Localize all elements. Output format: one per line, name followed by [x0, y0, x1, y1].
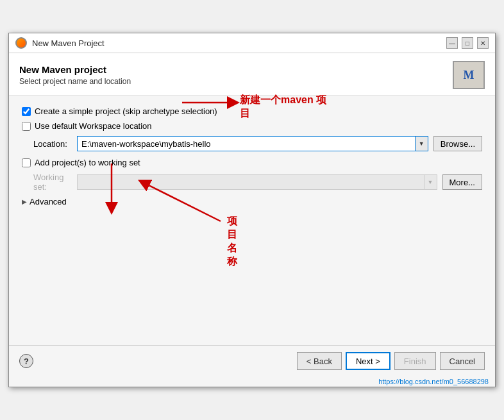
window-controls: — □ ✕ [446, 37, 489, 49]
working-set-input [77, 174, 424, 190]
location-label: Location: [33, 139, 72, 149]
back-button[interactable]: < Back [297, 352, 342, 370]
url-bar: https://blog.csdn.net/m0_56688298 [9, 376, 495, 387]
simple-project-checkbox[interactable] [22, 107, 31, 116]
page-subtitle: Select project name and location [19, 77, 131, 86]
advanced-label: Advanced [29, 197, 67, 206]
title-bar-left: New Maven Project [15, 37, 105, 49]
next-button[interactable]: Next > [346, 352, 391, 370]
working-set-row: Working set: ▼ More... [33, 172, 482, 192]
footer-left: ? [19, 354, 33, 368]
footer-buttons: < Back Next > Finish Cancel [297, 352, 485, 370]
maven-window-icon [15, 37, 27, 49]
advanced-chevron-icon: ▶ [22, 198, 27, 205]
simple-project-label: Create a simple project (skip archetype … [35, 106, 217, 116]
new-maven-project-dialog: New Maven Project — □ ✕ New Maven projec… [8, 33, 496, 387]
default-workspace-row: Use default Workspace location [22, 121, 482, 131]
working-set-dropdown: ▼ [77, 174, 437, 190]
minimize-button[interactable]: — [446, 37, 458, 49]
page-title: New Maven project [19, 64, 131, 75]
header-section: New Maven project Select project name an… [9, 53, 495, 96]
working-set-label: Working set: [33, 172, 72, 192]
maven-logo: M [453, 61, 485, 89]
maximize-button[interactable]: □ [462, 37, 473, 49]
add-working-set-checkbox[interactable] [22, 158, 31, 167]
add-working-set-label: Add project(s) to working set [35, 158, 140, 167]
header-left: New Maven project Select project name an… [19, 64, 131, 86]
working-set-checkbox-row: Add project(s) to working set [22, 158, 482, 167]
content-area: 新建一个maven 项目 Create a simple project (sk… [9, 96, 495, 345]
title-bar: New Maven Project — □ ✕ [9, 33, 495, 53]
default-workspace-label: Use default Workspace location [35, 121, 152, 131]
working-set-dropdown-arrow: ▼ [424, 174, 437, 190]
more-button[interactable]: More... [442, 174, 482, 190]
cancel-button[interactable]: Cancel [440, 352, 485, 370]
window-title: New Maven Project [32, 38, 105, 48]
location-dropdown-arrow[interactable]: ▼ [416, 136, 428, 151]
finish-button[interactable]: Finish [394, 352, 436, 370]
simple-project-row: Create a simple project (skip archetype … [22, 106, 482, 116]
advanced-row[interactable]: ▶ Advanced [22, 197, 482, 206]
location-row: Location: ▼ Browse... [33, 136, 482, 151]
default-workspace-checkbox[interactable] [22, 122, 31, 131]
footer: ? < Back Next > Finish Cancel [9, 345, 495, 376]
browse-button[interactable]: Browse... [433, 136, 482, 151]
location-dropdown: ▼ [77, 136, 428, 151]
location-input[interactable] [77, 136, 416, 151]
content-spacer [22, 206, 482, 335]
help-button[interactable]: ? [19, 354, 33, 368]
close-button[interactable]: ✕ [477, 37, 489, 49]
